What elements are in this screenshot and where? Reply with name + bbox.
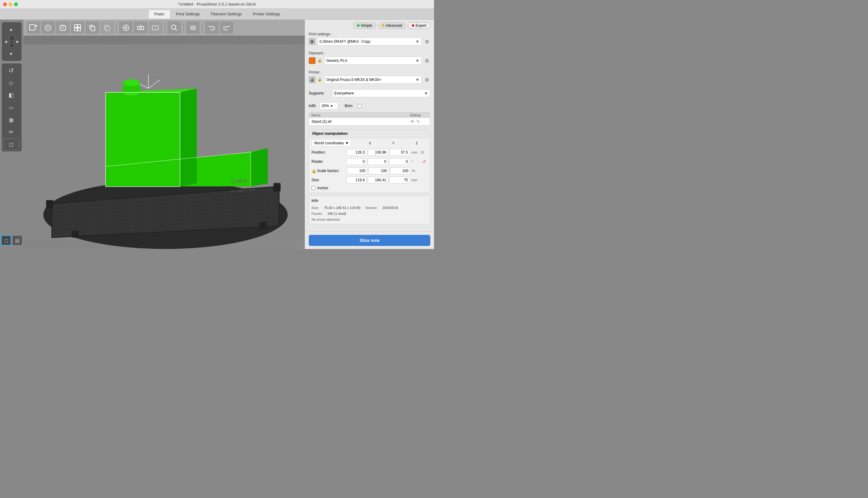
- size-z-input[interactable]: [389, 177, 410, 183]
- position-z-input[interactable]: [389, 149, 410, 156]
- printer-gear[interactable]: ⚙: [423, 76, 430, 83]
- size-x-input[interactable]: [346, 177, 367, 183]
- object-table-header: Name Editing: [309, 112, 430, 118]
- coordinate-system-row: World coordinates ▼ X Y Z: [309, 138, 430, 148]
- object-manipulation-section: Object manipulation World coordinates ▼ …: [309, 129, 430, 193]
- scale-z-input[interactable]: [390, 168, 410, 174]
- minimize-button[interactable]: [9, 2, 12, 6]
- scale-y-input[interactable]: [368, 168, 389, 174]
- printer-row: 🖨 🔒 Original Prusa i3 MK3S & MK3S+ ▼ ⚙: [309, 76, 430, 84]
- cut-btn[interactable]: ◧: [3, 89, 19, 101]
- redo-button[interactable]: [220, 22, 233, 34]
- supports-section: Supports: Everywhere ▼: [305, 88, 434, 101]
- move-up-btn[interactable]: ▲: [3, 23, 19, 35]
- svg-rect-22: [137, 26, 140, 29]
- maximize-button[interactable]: [14, 2, 18, 6]
- supports-label: Supports:: [309, 91, 330, 95]
- simple-mode-button[interactable]: Simple: [353, 22, 376, 29]
- volume-label: Volume:: [365, 205, 378, 211]
- simple-label: Simple: [361, 23, 372, 28]
- infill-dropdown[interactable]: 20% ▼: [319, 102, 338, 109]
- brim-checkbox[interactable]: [358, 104, 362, 108]
- filament-dropdown[interactable]: Generic PLA ▼: [324, 57, 422, 65]
- support-paint-btn[interactable]: ▭: [3, 102, 19, 113]
- zoom-fit-button[interactable]: [168, 22, 181, 34]
- svg-point-69: [123, 79, 140, 86]
- chevron-down-icon-4: ▼: [424, 91, 428, 96]
- scale-unit: %: [411, 169, 420, 173]
- paste-button[interactable]: [100, 22, 114, 34]
- scale-lock-icon[interactable]: 🔒: [312, 169, 316, 173]
- close-button[interactable]: [3, 2, 7, 6]
- supports-dropdown[interactable]: Everywhere ▼: [332, 89, 430, 97]
- advanced-label: Advanced: [386, 23, 402, 28]
- viewport-toolbar: [23, 20, 305, 36]
- delete-all-button[interactable]: [56, 22, 69, 34]
- coordinate-system-dropdown[interactable]: World coordinates ▼: [312, 140, 352, 146]
- tab-print-settings[interactable]: Print Settings: [171, 10, 205, 18]
- filament-gear[interactable]: ⚙: [423, 57, 430, 64]
- seam-paint-btn[interactable]: ▦: [3, 114, 19, 126]
- tab-plater[interactable]: Plater: [148, 10, 171, 18]
- split-parts-button[interactable]: [149, 22, 162, 34]
- add-primitive-button[interactable]: [119, 22, 133, 34]
- position-x-input[interactable]: [346, 149, 367, 156]
- advanced-mode-button[interactable]: Advanced: [378, 22, 406, 29]
- position-y-input[interactable]: [368, 149, 388, 156]
- rotate-btn[interactable]: ↺: [3, 65, 19, 76]
- printer-dropdown[interactable]: Original Prusa i3 MK3S & MK3S+ ▼: [324, 76, 422, 84]
- size-row: Size: mm: [309, 175, 430, 185]
- split-objects-button[interactable]: [134, 22, 147, 34]
- view-3d-btn[interactable]: ◻: [3, 139, 19, 150]
- delete-selected-button[interactable]: [41, 22, 55, 34]
- chevron-down-icon-3: ▼: [415, 77, 420, 82]
- tab-filament-settings[interactable]: Filament Settings: [205, 10, 247, 18]
- 3d-view-button[interactable]: ◻: [1, 235, 11, 245]
- scale-btn[interactable]: ◇: [3, 77, 19, 89]
- tab-printer-settings[interactable]: Printer Settings: [247, 10, 286, 18]
- window-controls[interactable]: [3, 2, 18, 6]
- svg-marker-65: [251, 148, 268, 186]
- position-row: Position: mm ⟳: [309, 148, 430, 157]
- print-settings-dropdown[interactable]: 0.30mm DRAFT @MK3 - Copy ▼: [317, 38, 422, 45]
- 3d-scene: i3 MK3 by Josef Prusa: [23, 36, 305, 249]
- 3d-viewport[interactable]: i3 MK3 by Josef Prusa: [23, 36, 305, 249]
- lock-icon: 🔒: [317, 58, 322, 63]
- expert-mode-button[interactable]: Expert: [408, 22, 430, 29]
- volume-value: 154339.81: [382, 205, 398, 211]
- print-settings-gear[interactable]: ⚙: [423, 38, 430, 45]
- visibility-icon[interactable]: 👁: [410, 119, 415, 124]
- copy-button[interactable]: [86, 22, 99, 34]
- size-info-value: 75.00 x 180.41 x 119.80: [324, 205, 360, 211]
- size-y-input[interactable]: [368, 177, 388, 183]
- rotate-y-input[interactable]: [368, 158, 388, 165]
- rotate-reset-icon[interactable]: ↺: [420, 159, 428, 164]
- chevron-down-icon-6: ▼: [345, 141, 349, 145]
- printer-value: Original Prusa i3 MK3S & MK3S+: [326, 78, 381, 82]
- rotate-z-input[interactable]: [389, 158, 410, 165]
- object-table: Name Editing Stand (2).stl 👁 ✎: [309, 112, 430, 126]
- rotate-x-input[interactable]: [346, 158, 367, 165]
- select-btn[interactable]: ⬚: [9, 36, 14, 48]
- slice-now-button[interactable]: Slice now: [309, 235, 430, 246]
- layer-view-button[interactable]: ▤: [12, 235, 22, 245]
- filament-color-swatch: [309, 57, 315, 64]
- inches-checkbox[interactable]: [312, 186, 315, 190]
- print-settings-label: Print settings :: [309, 32, 430, 36]
- svg-rect-14: [75, 28, 77, 31]
- print-settings-icon: ⚙: [309, 38, 315, 45]
- rotate-unit: °: [411, 160, 420, 163]
- filament-label: Filament :: [309, 51, 430, 55]
- move-right-btn[interactable]: ►: [15, 36, 20, 48]
- arrange-button[interactable]: [71, 22, 84, 34]
- scale-x-input[interactable]: [347, 168, 367, 174]
- svg-line-27: [175, 29, 177, 30]
- add-object-button[interactable]: [26, 22, 40, 34]
- edit-icon[interactable]: ✎: [417, 119, 420, 124]
- move-left-btn[interactable]: ◄: [3, 36, 8, 48]
- view-list-button[interactable]: [186, 22, 200, 34]
- paint-brush-btn[interactable]: ✏: [3, 126, 19, 138]
- manipulation-title: Object manipulation: [309, 130, 430, 138]
- move-down-btn[interactable]: ▼: [3, 48, 19, 60]
- undo-button[interactable]: [205, 22, 219, 34]
